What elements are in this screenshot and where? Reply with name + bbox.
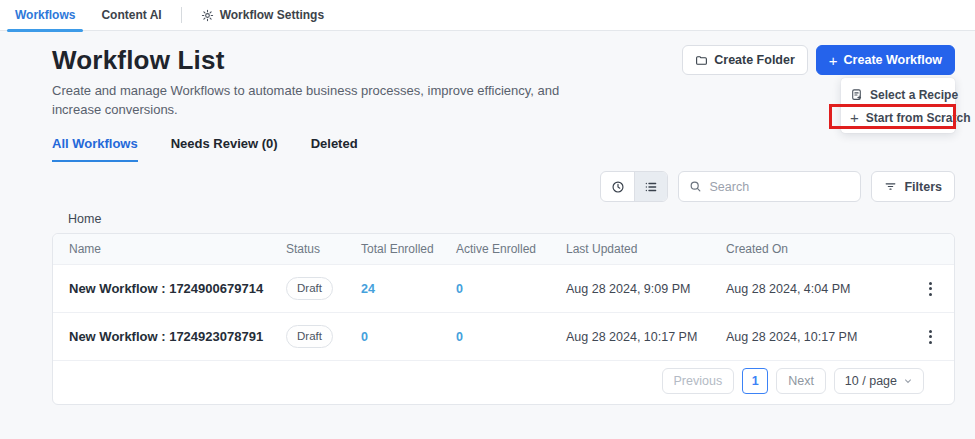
nav-item-label: Workflows: [15, 8, 75, 22]
column-header-total-enrolled: Total Enrolled: [361, 242, 456, 256]
list-toolbar: Filters: [52, 171, 955, 202]
status-badge: Draft: [286, 277, 333, 300]
search-icon: [689, 180, 702, 193]
nav-divider: [181, 7, 182, 23]
total-enrolled-link[interactable]: 24: [361, 282, 456, 296]
chevron-down-icon: [903, 376, 913, 386]
active-enrolled-link[interactable]: 0: [456, 282, 566, 296]
table-header-row: Name Status Total Enrolled Active Enroll…: [53, 234, 954, 265]
tab-needs-review[interactable]: Needs Review (0): [171, 136, 278, 162]
gear-icon: [201, 9, 214, 22]
nav-item-label: Content AI: [101, 8, 161, 22]
nav-item-content-ai[interactable]: Content AI: [88, 0, 174, 30]
page-number-button[interactable]: 1: [742, 368, 768, 394]
row-actions-kebab-icon[interactable]: [921, 324, 940, 350]
create-folder-button[interactable]: Create Folder: [682, 45, 808, 75]
page-size-label: 10 / page: [845, 374, 897, 388]
create-workflow-dropdown: Select a Recipe + Start from Scratch: [841, 78, 955, 133]
workflow-tabs: All Workflows Needs Review (0) Deleted: [52, 136, 955, 162]
top-nav: Workflows Content AI Workflow Settings: [0, 0, 975, 31]
folder-icon: [695, 54, 708, 67]
last-updated-value: Aug 28 2024, 10:17 PM: [566, 330, 726, 344]
page-header: Workflow List Create and manage Workflow…: [52, 45, 955, 119]
workflow-table: Name Status Total Enrolled Active Enroll…: [52, 233, 955, 405]
dropdown-item-select-recipe[interactable]: Select a Recipe: [841, 83, 955, 106]
plus-icon: +: [850, 110, 859, 125]
create-workflow-label: Create Workflow: [844, 53, 942, 67]
dropdown-item-label: Start from Scratch: [866, 111, 971, 125]
previous-page-button[interactable]: Previous: [662, 368, 735, 394]
workflow-name-link[interactable]: New Workflow : 1724900679714: [69, 281, 286, 296]
clock-icon: [611, 180, 625, 194]
created-on-value: Aug 28 2024, 4:04 PM: [726, 282, 906, 296]
table-row: New Workflow : 1724923078791 Draft 0 0 A…: [53, 313, 954, 361]
page-size-select[interactable]: 10 / page: [834, 368, 924, 394]
status-badge: Draft: [286, 325, 333, 348]
workflow-name-link[interactable]: New Workflow : 1724923078791: [69, 329, 286, 344]
active-enrolled-link[interactable]: 0: [456, 330, 566, 344]
filter-lines-icon: [884, 180, 897, 193]
view-toggle: [600, 171, 668, 202]
created-on-value: Aug 28 2024, 10:17 PM: [726, 330, 906, 344]
timeline-view-button[interactable]: [601, 172, 634, 201]
page-description: Create and manage Workflows to automate …: [52, 81, 597, 119]
tab-deleted[interactable]: Deleted: [311, 136, 358, 162]
dropdown-item-label: Select a Recipe: [870, 88, 958, 102]
dropdown-item-start-from-scratch[interactable]: + Start from Scratch: [841, 106, 955, 129]
nav-item-workflow-settings[interactable]: Workflow Settings: [188, 0, 337, 30]
search-box: [678, 171, 861, 202]
page-title: Workflow List: [52, 45, 597, 76]
last-updated-value: Aug 28 2024, 9:09 PM: [566, 282, 726, 296]
total-enrolled-link[interactable]: 0: [361, 330, 456, 344]
column-header-status: Status: [286, 242, 361, 256]
filters-label: Filters: [904, 180, 942, 194]
column-header-name: Name: [69, 242, 286, 256]
nav-item-label: Workflow Settings: [220, 8, 324, 22]
search-input[interactable]: [709, 180, 850, 194]
plus-icon: +: [829, 53, 838, 68]
filters-button[interactable]: Filters: [871, 171, 955, 202]
list-icon: [644, 180, 658, 194]
create-folder-label: Create Folder: [714, 53, 795, 67]
table-row: New Workflow : 1724900679714 Draft 24 0 …: [53, 265, 954, 313]
recipe-icon: [850, 88, 863, 101]
next-page-button[interactable]: Next: [776, 368, 826, 394]
list-view-button[interactable]: [634, 172, 667, 201]
column-header-active-enrolled: Active Enrolled: [456, 242, 566, 256]
nav-item-workflows[interactable]: Workflows: [2, 0, 88, 30]
column-header-created-on: Created On: [726, 242, 906, 256]
pagination: Previous 1 Next 10 / page: [53, 361, 954, 404]
row-actions-kebab-icon[interactable]: [921, 276, 940, 302]
tab-all-workflows[interactable]: All Workflows: [52, 136, 138, 162]
create-workflow-button[interactable]: + Create Workflow: [816, 45, 955, 75]
column-header-last-updated: Last Updated: [566, 242, 726, 256]
breadcrumb[interactable]: Home: [68, 212, 101, 226]
